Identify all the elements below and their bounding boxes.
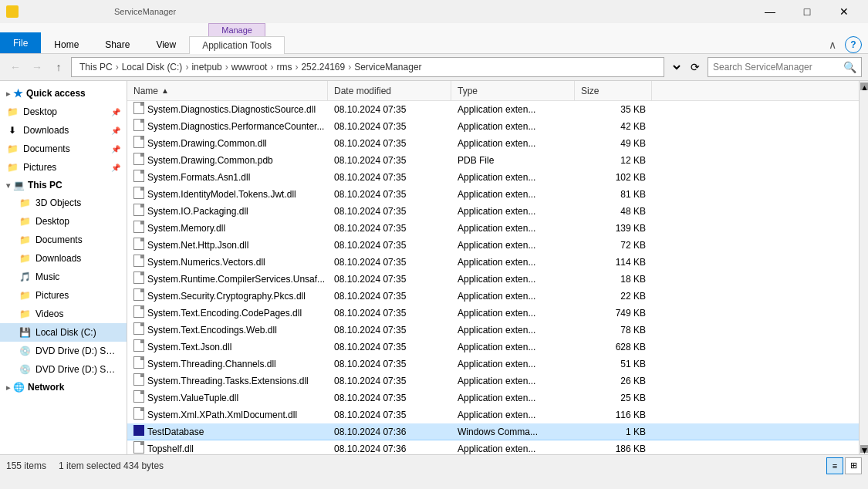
path-part-wwwroot[interactable]: wwwroot bbox=[230, 62, 269, 73]
file-row[interactable]: System.ValueTuple.dll 08.10.2024 07:35 A… bbox=[127, 390, 859, 406]
file-row[interactable]: System.Memory.dll 08.10.2024 07:35 Appli… bbox=[127, 220, 859, 237]
path-part-localdisk[interactable]: Local Disk (C:) bbox=[120, 62, 184, 73]
file-size: 102 KB bbox=[575, 172, 652, 183]
file-row[interactable]: System.Numerics.Vectors.dll 08.10.2024 0… bbox=[127, 254, 859, 271]
file-type-icon bbox=[133, 119, 144, 133]
file-size: 749 KB bbox=[575, 308, 652, 319]
ribbon-collapse-button[interactable]: ∧ bbox=[826, 39, 839, 51]
file-row[interactable]: System.Threading.Channels.dll 08.10.2024… bbox=[127, 356, 859, 373]
path-part-inetpub[interactable]: inetpub bbox=[190, 62, 223, 73]
ribbon-tabs: File Home Share View Manage Application … bbox=[0, 23, 868, 53]
file-row[interactable]: System.Drawing.Common.dll 08.10.2024 07:… bbox=[127, 135, 859, 152]
file-row[interactable]: System.IdentityModel.Tokens.Jwt.dll 08.1… bbox=[127, 186, 859, 203]
file-row[interactable]: System.Net.Http.Json.dll 08.10.2024 07:3… bbox=[127, 237, 859, 254]
sidebar-item-label: Documents bbox=[35, 234, 120, 245]
path-part-252[interactable]: 252.24169 bbox=[299, 62, 346, 73]
col-header-size[interactable]: Size bbox=[575, 81, 652, 100]
file-type: Application exten... bbox=[451, 342, 575, 352]
pin-icon: 📌 bbox=[111, 164, 120, 172]
sidebar-item-3dobjects[interactable]: 📁 3D Objects bbox=[0, 194, 127, 212]
file-date: 08.10.2024 07:35 bbox=[328, 393, 451, 403]
file-row[interactable]: TestDatabase 08.10.2024 07:36 Windows Co… bbox=[127, 423, 859, 440]
thispc-chevron: ▾ bbox=[6, 181, 10, 190]
sidebar-item-documents[interactable]: 📁 Documents bbox=[0, 231, 127, 249]
refresh-button[interactable]: ⟳ bbox=[686, 58, 704, 76]
sidebar-item-label: Videos bbox=[35, 309, 120, 319]
sidebar-item-pictures[interactable]: 📁 Pictures bbox=[0, 286, 127, 305]
scroll-up-btn[interactable]: ▲ bbox=[860, 83, 868, 90]
search-input[interactable] bbox=[713, 62, 843, 73]
sidebar-item-videos[interactable]: 📁 Videos bbox=[0, 305, 127, 323]
sidebar-item-desktop[interactable]: 📁 Desktop bbox=[0, 212, 127, 231]
file-row[interactable]: System.Threading.Tasks.Extensions.dll 08… bbox=[127, 373, 859, 390]
forward-button[interactable]: → bbox=[28, 58, 46, 76]
file-type: Application exten... bbox=[451, 172, 575, 183]
close-button[interactable]: ✕ bbox=[826, 0, 862, 23]
sidebar-item-downloads-quick[interactable]: ⬇ Downloads 📌 bbox=[0, 121, 127, 140]
sidebar-item-dvd1[interactable]: 💿 DVD Drive (D:) SSS_... bbox=[0, 342, 127, 360]
tab-home[interactable]: Home bbox=[41, 35, 92, 53]
file-size: 139 KB bbox=[575, 223, 652, 234]
path-dropdown[interactable] bbox=[667, 57, 683, 77]
sidebar-network-header[interactable]: ▸ 🌐 Network bbox=[0, 379, 127, 396]
scroll-track[interactable] bbox=[860, 90, 868, 445]
help-button[interactable]: ? bbox=[845, 36, 862, 53]
file-type: Application exten... bbox=[451, 138, 575, 149]
view-large-button[interactable]: ⊞ bbox=[845, 457, 862, 474]
path-part-thispc[interactable]: This PC bbox=[78, 62, 114, 73]
sidebar-item-downloads[interactable]: 📁 Downloads bbox=[0, 249, 127, 268]
file-row[interactable]: System.Runtime.CompilerServices.Unsaf...… bbox=[127, 271, 859, 288]
col-header-type[interactable]: Type bbox=[451, 81, 575, 100]
ribbon: File Home Share View Manage Application … bbox=[0, 23, 868, 54]
network-label: Network bbox=[28, 382, 64, 393]
file-date: 08.10.2024 07:35 bbox=[328, 189, 451, 200]
file-name: System.Net.Http.Json.dll bbox=[127, 238, 328, 252]
sidebar-item-documents-quick[interactable]: 📁 Documents 📌 bbox=[0, 140, 127, 158]
sidebar-item-dvd2[interactable]: 💿 DVD Drive (D:) SSS_X... bbox=[0, 360, 127, 379]
sidebar-item-desktop-quick[interactable]: 📁 Desktop 📌 bbox=[0, 103, 127, 121]
view-details-button[interactable]: ≡ bbox=[826, 457, 843, 474]
file-row[interactable]: System.IO.Packaging.dll 08.10.2024 07:35… bbox=[127, 203, 859, 220]
file-row[interactable]: System.Diagnostics.PerformanceCounter...… bbox=[127, 118, 859, 135]
dvd2-icon: 💿 bbox=[19, 363, 31, 376]
scrollbar-area[interactable]: ▲ ▼ bbox=[859, 81, 868, 454]
path-part-rms[interactable]: rms bbox=[275, 62, 293, 73]
back-button[interactable]: ← bbox=[6, 58, 25, 76]
path-part-servicemanager[interactable]: ServiceManager bbox=[353, 62, 423, 73]
file-type-icon bbox=[133, 153, 144, 167]
sidebar-item-music[interactable]: 🎵 Music bbox=[0, 268, 127, 286]
col-header-date[interactable]: Date modified bbox=[328, 81, 451, 100]
file-row[interactable]: System.Xml.XPath.XmlDocument.dll 08.10.2… bbox=[127, 406, 859, 423]
address-path[interactable]: This PC › Local Disk (C:) › inetpub › ww… bbox=[71, 57, 664, 77]
col-header-name[interactable]: Name ▲ bbox=[127, 81, 328, 100]
file-type: PDB File bbox=[451, 155, 575, 166]
file-row[interactable]: System.Drawing.Common.pdb 08.10.2024 07:… bbox=[127, 152, 859, 169]
sidebar-quick-access-header[interactable]: ▸ ★ Quick access bbox=[0, 84, 127, 103]
tab-file[interactable]: File bbox=[0, 32, 41, 53]
tab-application-tools[interactable]: Application Tools bbox=[189, 36, 285, 54]
file-name: System.Threading.Tasks.Extensions.dll bbox=[127, 373, 328, 388]
title-bar: ServiceManager — □ ✕ bbox=[0, 0, 868, 23]
up-button[interactable]: ↑ bbox=[49, 58, 68, 76]
tab-view[interactable]: View bbox=[143, 35, 189, 53]
file-row[interactable]: System.Security.Cryptography.Pkcs.dll 08… bbox=[127, 288, 859, 305]
file-row[interactable]: System.Text.Encodings.Web.dll 08.10.2024… bbox=[127, 322, 859, 339]
file-row[interactable]: System.Diagnostics.DiagnosticSource.dll … bbox=[127, 101, 859, 118]
minimize-button[interactable]: — bbox=[752, 0, 788, 23]
search-box[interactable]: 🔍 bbox=[708, 57, 862, 77]
sidebar-item-label: Music bbox=[35, 271, 120, 282]
sidebar-item-label: DVD Drive (D:) SSS_X... bbox=[35, 364, 120, 375]
sidebar-item-pictures-quick[interactable]: 📁 Pictures 📌 bbox=[0, 158, 127, 177]
scroll-down-btn[interactable]: ▼ bbox=[860, 445, 868, 453]
file-row[interactable]: System.Text.Json.dll 08.10.2024 07:35 Ap… bbox=[127, 339, 859, 356]
tab-share[interactable]: Share bbox=[92, 35, 143, 53]
maximize-button[interactable]: □ bbox=[789, 0, 825, 23]
file-row[interactable]: System.Text.Encoding.CodePages.dll 08.10… bbox=[127, 305, 859, 322]
file-row[interactable]: System.Formats.Asn1.dll 08.10.2024 07:35… bbox=[127, 169, 859, 186]
file-name: System.ValueTuple.dll bbox=[127, 390, 328, 405]
sidebar: ▸ ★ Quick access 📁 Desktop 📌 ⬇ Downloads… bbox=[0, 81, 127, 454]
sidebar-thispc-header[interactable]: ▾ 💻 This PC bbox=[0, 177, 127, 194]
file-name: System.Threading.Channels.dll bbox=[127, 356, 328, 371]
file-row[interactable]: Topshelf.dll 08.10.2024 07:36 Applicatio… bbox=[127, 440, 859, 454]
sidebar-item-localdisk[interactable]: 💾 Local Disk (C:) bbox=[0, 323, 127, 342]
